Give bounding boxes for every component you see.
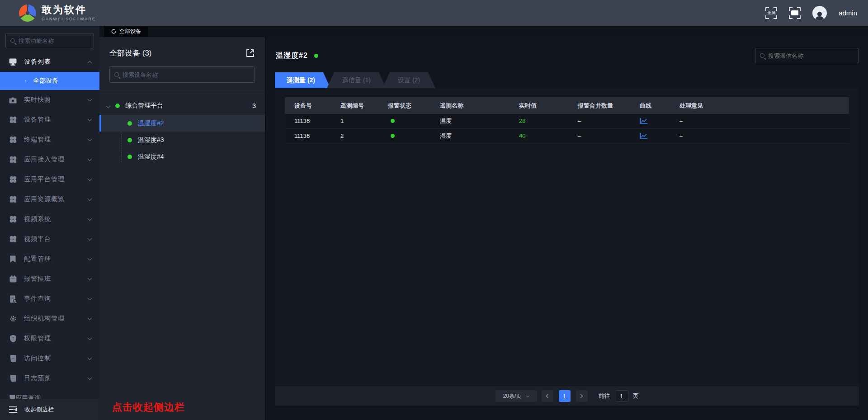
search-icon — [760, 53, 764, 58]
status-dot — [127, 138, 132, 142]
content-tabs: 遥测量 (2) 遥信量 (1) 设置 (2) — [275, 72, 859, 88]
tree-root-node[interactable]: 综合管理平台 3 — [99, 97, 265, 115]
sidebar-search[interactable] — [5, 33, 94, 48]
page-number-button[interactable]: 1 — [559, 390, 571, 402]
fullscreen-icon[interactable]: 全屏 — [765, 7, 777, 19]
calendar-icon — [9, 275, 17, 283]
table-row[interactable]: 11136 1 温度 28 – – — [285, 114, 849, 129]
sidebar-item-org-mgmt[interactable]: 组织机构管理 — [0, 309, 99, 329]
chevron-down-icon — [88, 137, 92, 142]
sidebar-item-label: 权限管理 — [24, 335, 88, 343]
sidebar-item-device-mgmt[interactable]: 设备管理 — [0, 110, 99, 130]
col-header: 实时值 — [519, 102, 578, 110]
page-size-select[interactable]: 20条/页 — [495, 390, 537, 402]
grid-icon — [9, 176, 17, 184]
sidebar-item-config-mgmt[interactable]: 配置管理 — [0, 249, 99, 269]
sidebar-item-all-devices[interactable]: · 全部设备 — [0, 72, 99, 90]
table-header-row: 设备号 遥测编号 报警状态 遥测名称 实时值 报警合并数量 曲线 处理意见 — [285, 97, 849, 114]
sidebar-item-label: 设备列表 — [24, 58, 88, 66]
avatar[interactable] — [812, 6, 827, 20]
sidebar-item-realtime-snapshot[interactable]: 实时快照 — [0, 90, 99, 110]
goto-label: 前往 — [599, 392, 610, 400]
sidebar-item-label: 组织机构管理 — [24, 315, 88, 323]
telemetry-search-input[interactable] — [768, 52, 845, 59]
chevron-left-icon — [546, 394, 550, 398]
monitor-icon — [9, 58, 17, 66]
camera-icon — [9, 96, 17, 104]
open-external-icon[interactable] — [245, 48, 255, 58]
sidebar-item-terminal-mgmt[interactable]: 终端管理 — [0, 130, 99, 150]
tab-telemetry[interactable]: 遥测量 (2) — [275, 72, 330, 88]
page-size-value: 20条/页 — [503, 392, 522, 400]
next-page-button[interactable] — [576, 390, 588, 402]
cell-merge-count: – — [578, 118, 640, 124]
tree-node-device[interactable]: 温湿度#2 — [99, 115, 265, 132]
chevron-down-icon — [106, 104, 111, 108]
status-dot — [127, 155, 132, 159]
cell-device-no: 11136 — [294, 118, 340, 124]
sidebar-subitem-label: 全部设备 — [33, 77, 58, 85]
logo-icon — [19, 5, 36, 22]
gear-icon — [9, 315, 17, 323]
search-icon — [10, 38, 15, 43]
chevron-down-icon — [88, 97, 92, 102]
tree-node-device[interactable]: 温湿度#3 — [99, 132, 265, 148]
curve-chart-icon[interactable] — [640, 132, 679, 139]
sidebar-item-video-system[interactable]: 视频系统 — [0, 209, 99, 229]
device-tree-panel: 全部设备 (3) — [99, 37, 266, 420]
telemetry-search[interactable] — [755, 48, 859, 63]
prev-page-button[interactable] — [542, 390, 553, 402]
sidebar-item-event-query[interactable]: 事件查询 — [0, 289, 99, 309]
device-search-input[interactable] — [123, 71, 236, 78]
sidebar-item-label: 视频系统 — [24, 215, 88, 223]
sidebar-item-label: 应用接入管理 — [24, 156, 88, 164]
sidebar-item-device-list[interactable]: 设备列表 — [0, 52, 99, 72]
search-icon — [114, 72, 119, 77]
curve-chart-icon[interactable] — [640, 118, 679, 124]
grid-icon — [9, 196, 17, 203]
sidebar-item-app-platform-mgmt[interactable]: 应用平台管理 — [0, 170, 99, 189]
telemetry-table: 设备号 遥测编号 报警状态 遥测名称 实时值 报警合并数量 曲线 处理意见 11… — [285, 97, 849, 144]
cell-opinion: – — [679, 132, 849, 139]
cell-opinion: – — [679, 118, 849, 124]
chevron-down-icon — [88, 276, 92, 281]
chevron-down-icon — [88, 256, 92, 261]
sidebar-search-input[interactable] — [19, 38, 86, 44]
tab-settings[interactable]: 设置 (2) — [382, 72, 435, 88]
sidebar-item-label: 访问控制 — [24, 354, 88, 363]
strip-tab-all-devices[interactable]: 全部设备 — [104, 26, 148, 37]
tab-content-panel: 设备号 遥测编号 报警状态 遥测名称 实时值 报警合并数量 曲线 处理意见 11… — [275, 88, 859, 406]
chevron-down-icon — [88, 197, 92, 201]
chevron-down-icon — [88, 296, 92, 301]
tree-node-device[interactable]: 温湿度#4 — [99, 148, 265, 165]
sidebar-item-alarm-schedule[interactable]: 报警排班 — [0, 269, 99, 289]
table-row[interactable]: 11136 2 湿度 40 – – — [285, 129, 849, 144]
cell-value: 28 — [519, 118, 578, 124]
sidebar-item-video-platform[interactable]: 视频平台 — [0, 229, 99, 249]
sidebar-item-label: 应用平台管理 — [24, 175, 88, 184]
collapse-sidebar-button[interactable]: 收起侧边栏 — [0, 399, 99, 420]
goto-page-input[interactable] — [615, 390, 628, 402]
sidebar-item-permission-mgmt[interactable]: 权限管理 — [0, 329, 99, 349]
grid-icon — [9, 156, 17, 164]
sidebar-item-label: 日志预览 — [24, 374, 88, 382]
doc-search-icon — [9, 295, 17, 303]
sidebar-item-log-preview[interactable]: 日志预览 — [0, 368, 99, 388]
sidebar-item-access-control[interactable]: 访问控制 — [0, 349, 99, 368]
sidebar-item-app-access-mgmt[interactable]: 应用接入管理 — [0, 150, 99, 170]
tab-telesignal[interactable]: 遥信量 (1) — [327, 72, 386, 88]
sidebar-item-app-resource-overview[interactable]: 应用资源概览 — [0, 189, 99, 209]
cell-merge-count: – — [578, 132, 640, 139]
doc-icon — [9, 355, 17, 363]
chevron-right-icon — [579, 394, 583, 398]
shield-icon — [9, 335, 17, 343]
user-icon — [814, 10, 825, 20]
cell-name: 温度 — [440, 117, 519, 125]
sidebar-item-label: 报警排班 — [24, 275, 88, 283]
screenshot-icon[interactable] — [789, 7, 801, 19]
chevron-up-icon — [88, 61, 92, 65]
col-header: 报警合并数量 — [578, 102, 640, 110]
device-search[interactable] — [109, 66, 255, 83]
chevron-down-icon — [88, 157, 92, 161]
cell-device-no: 11136 — [294, 132, 340, 139]
